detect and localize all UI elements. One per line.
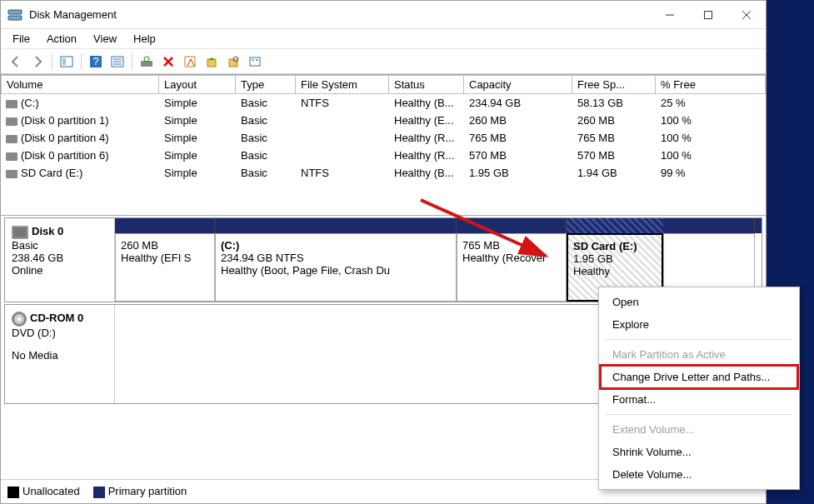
menu-view[interactable]: View bbox=[85, 30, 125, 47]
disk-label[interactable]: Disk 0 Basic 238.46 GB Online bbox=[5, 218, 115, 302]
volume-row[interactable]: (C:)SimpleBasicNTFSHealthy (B...234.94 G… bbox=[1, 94, 766, 112]
separator bbox=[132, 53, 132, 70]
cdrom-label[interactable]: CD-ROM 0 DVD (D:) No Media bbox=[5, 305, 115, 403]
legend-primary: Primary partition bbox=[108, 485, 187, 497]
separator bbox=[52, 53, 52, 70]
context-menu: Open Explore Mark Partition as Active Ch… bbox=[598, 287, 800, 490]
ctx-format[interactable]: Format... bbox=[601, 388, 797, 411]
legend-swatch-primary bbox=[93, 487, 105, 498]
cdrom-line1: DVD (D:) bbox=[12, 327, 107, 339]
svg-rect-2 bbox=[705, 11, 712, 18]
minimize-button[interactable] bbox=[651, 1, 689, 29]
refresh-button[interactable] bbox=[137, 52, 157, 72]
drive-icon bbox=[6, 135, 17, 143]
menubar: File Action View Help bbox=[1, 29, 766, 49]
help-button[interactable]: ? bbox=[86, 52, 106, 72]
svg-rect-14 bbox=[250, 57, 260, 66]
properties-button[interactable] bbox=[180, 52, 200, 72]
partition[interactable]: (C:)234.94 GB NTFSHealthy (Boot, Page Fi… bbox=[215, 233, 457, 302]
svg-rect-0 bbox=[8, 10, 22, 14]
disk-kind: Basic bbox=[12, 239, 107, 252]
col-free[interactable]: Free Sp... bbox=[572, 75, 656, 94]
column-headers: Volume Layout Type File System Status Ca… bbox=[1, 75, 766, 94]
console-tree-button[interactable] bbox=[57, 52, 77, 72]
ctx-shrink[interactable]: Shrink Volume... bbox=[601, 441, 797, 463]
toolbar: ? bbox=[1, 49, 766, 74]
volume-row[interactable]: (Disk 0 partition 6)SimpleBasicHealthy (… bbox=[1, 147, 766, 164]
drive-icon bbox=[6, 152, 17, 161]
titlebar: Disk Management bbox=[1, 1, 766, 29]
svg-rect-15 bbox=[252, 59, 254, 61]
disk-state: Online bbox=[12, 264, 107, 277]
partition-band bbox=[115, 218, 762, 233]
ctx-open[interactable]: Open bbox=[601, 291, 797, 313]
action2-button[interactable] bbox=[223, 52, 243, 72]
ctx-change-drive-letter[interactable]: Change Drive Letter and Paths... bbox=[601, 366, 797, 388]
drive-icon bbox=[6, 170, 17, 178]
volume-row[interactable]: (Disk 0 partition 4)SimpleBasicHealthy (… bbox=[1, 129, 766, 147]
volume-row[interactable]: SD Card (E:)SimpleBasicNTFSHealthy (B...… bbox=[1, 164, 766, 182]
legend-unallocated: Unallocated bbox=[22, 485, 80, 497]
drive-icon bbox=[6, 117, 17, 126]
volume-list: Volume Layout Type File System Status Ca… bbox=[1, 74, 766, 182]
menu-help[interactable]: Help bbox=[125, 30, 164, 47]
ctx-separator bbox=[606, 414, 792, 415]
delete-button[interactable] bbox=[158, 52, 178, 72]
col-capacity[interactable]: Capacity bbox=[464, 75, 572, 94]
disk-size: 238.46 GB bbox=[12, 252, 107, 264]
window-title: Disk Management bbox=[29, 8, 651, 21]
menu-action[interactable]: Action bbox=[38, 30, 85, 47]
svg-rect-16 bbox=[256, 59, 258, 61]
volume-row[interactable]: (Disk 0 partition 1)SimpleBasicHealthy (… bbox=[1, 112, 766, 129]
forward-button[interactable] bbox=[27, 52, 47, 72]
menu-file[interactable]: File bbox=[4, 30, 38, 47]
disk-icon bbox=[12, 226, 28, 239]
ctx-separator bbox=[606, 339, 792, 340]
col-volume[interactable]: Volume bbox=[1, 75, 159, 94]
separator bbox=[81, 53, 82, 70]
col-filesystem[interactable]: File System bbox=[296, 75, 389, 94]
back-button[interactable] bbox=[6, 52, 26, 72]
col-status[interactable]: Status bbox=[389, 75, 464, 94]
close-button[interactable] bbox=[727, 1, 766, 29]
disk-name: Disk 0 bbox=[32, 225, 63, 237]
col-pfree[interactable]: % Free bbox=[656, 75, 766, 94]
action1-button[interactable] bbox=[202, 52, 222, 72]
cdrom-name: CD-ROM 0 bbox=[30, 312, 83, 324]
maximize-button[interactable] bbox=[689, 1, 727, 29]
partition[interactable]: 765 MBHealthy (Recover bbox=[457, 233, 567, 302]
svg-rect-1 bbox=[8, 16, 22, 20]
col-type[interactable]: Type bbox=[236, 75, 296, 94]
app-icon bbox=[7, 7, 22, 22]
ctx-mark-active: Mark Partition as Active bbox=[601, 343, 797, 366]
ctx-explore[interactable]: Explore bbox=[601, 313, 797, 336]
ctx-extend: Extend Volume... bbox=[601, 418, 797, 441]
ctx-delete[interactable]: Delete Volume... bbox=[601, 463, 797, 486]
svg-text:?: ? bbox=[92, 55, 98, 67]
partition[interactable]: 260 MBHealthy (EFI S bbox=[115, 233, 215, 302]
svg-rect-4 bbox=[62, 58, 66, 65]
action3-button[interactable] bbox=[245, 52, 265, 72]
col-layout[interactable]: Layout bbox=[159, 75, 236, 94]
legend-swatch-unallocated bbox=[7, 487, 19, 498]
cdrom-line2: No Media bbox=[12, 349, 107, 362]
svg-rect-11 bbox=[207, 59, 216, 67]
settings-button[interactable] bbox=[107, 52, 127, 72]
cd-icon bbox=[12, 312, 27, 327]
drive-icon bbox=[6, 100, 17, 108]
